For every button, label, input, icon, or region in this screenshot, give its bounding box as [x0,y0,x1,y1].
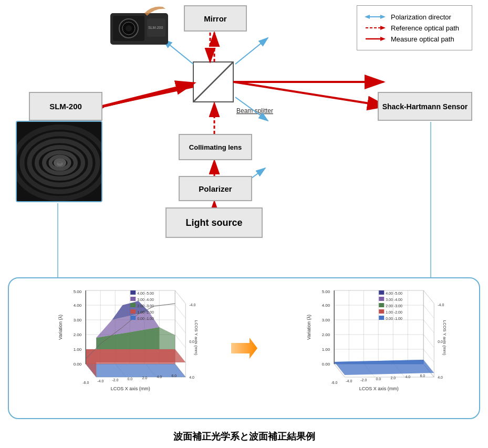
svg-text:2.0: 2.0 [390,376,396,380]
svg-line-63 [175,305,185,318]
collimating-lens-label: Collimating lens [189,143,242,151]
polarization-line-icon [365,13,386,21]
svg-marker-126 [334,360,423,364]
polarizer-label: Polarizer [199,184,232,193]
svg-line-14 [234,82,386,106]
legend-reference: Reference optical path [365,24,464,32]
svg-marker-37 [380,37,386,41]
collimating-lens-box: Collimating lens [179,134,252,160]
svg-marker-33 [365,15,370,19]
svg-line-16 [235,38,268,64]
svg-text:4.0: 4.0 [157,375,162,379]
svg-line-65 [175,335,185,348]
svg-text:-2.0: -2.0 [360,378,367,382]
polarization-label: Polarization director [391,13,451,21]
svg-line-123 [423,335,434,348]
svg-text:Variation (λ): Variation (λ) [306,315,312,340]
camera-image: SLM-200 [105,3,173,50]
svg-text:4.0: 4.0 [438,376,443,379]
shack-hartmann-box: Shack-Hartmann Sensor [378,92,472,121]
svg-text:3.00 -4.00: 3.00 -4.00 [137,298,154,301]
svg-text:1.00 -2.00: 1.00 -2.00 [137,310,154,314]
svg-text:2.00: 2.00 [321,332,330,337]
svg-text:0.0: 0.0 [438,340,443,343]
svg-marker-32 [380,15,386,19]
chart2-container: 0.00 1.00 2.00 3.00 4.00 5.00 Variation … [263,285,474,411]
chart-arrow [231,338,257,359]
svg-text:1.00: 1.00 [321,347,330,352]
mirror-box: Mirror [184,5,247,32]
svg-text:2.00: 2.00 [74,332,82,337]
reference-label: Reference optical path [391,24,459,32]
reference-line-icon [365,24,386,32]
svg-rect-96 [130,297,136,301]
svg-text:-4.0: -4.0 [346,379,352,383]
svg-text:LCOS X axis (mm): LCOS X axis (mm) [359,386,398,391]
slm-box: SLM-200 [29,92,102,121]
legend-measure: Measure optical path [365,35,464,43]
light-source-label: Light source [185,217,242,228]
svg-marker-104 [231,338,257,359]
measure-label: Measure optical path [391,35,454,43]
bottom-panel: 0.00 1.00 2.00 3.00 4.00 5.00 Variation … [8,277,480,419]
svg-line-17 [235,97,268,121]
svg-text:2.00 -3.00: 2.00 -3.00 [137,304,154,308]
chart1-container: 0.00 1.00 2.00 3.00 4.00 5.00 Variation … [14,285,226,411]
svg-text:0.0: 0.0 [376,377,381,381]
svg-rect-155 [379,316,384,320]
svg-text:SLM-200: SLM-200 [148,26,163,29]
mirror-label: Mirror [204,14,226,23]
svg-text:0.00 -1.00: 0.00 -1.00 [137,317,154,320]
svg-point-46 [57,162,63,166]
svg-text:2.00 -3.00: 2.00 -3.00 [386,304,402,308]
svg-text:1.00 -2.00: 1.00 -2.00 [386,310,402,314]
svg-text:4.00: 4.00 [321,303,330,308]
svg-text:0.0: 0.0 [189,340,194,343]
slm-label: SLM-200 [49,102,82,111]
svg-text:-6.0: -6.0 [331,381,337,384]
svg-text:4.0: 4.0 [405,375,410,379]
svg-point-29 [126,25,132,32]
svg-text:4.00: 4.00 [74,303,82,308]
svg-text:LCOS X axis (mm): LCOS X axis (mm) [111,386,150,391]
svg-text:3.00: 3.00 [74,318,82,322]
svg-text:-4.0: -4.0 [97,379,103,383]
svg-text:3.00: 3.00 [321,318,330,322]
beam-splitter-label: Beam splitter [236,107,273,114]
chart1-svg: 0.00 1.00 2.00 3.00 4.00 5.00 Variation … [14,285,226,411]
legend-box: Polarization director Reference optical … [357,5,472,50]
svg-marker-35 [380,26,386,30]
legend-polarization: Polarization director [365,13,464,21]
svg-text:Variation (λ): Variation (λ) [58,315,63,340]
svg-marker-69 [86,349,175,364]
svg-line-121 [423,305,434,318]
svg-text:0.00: 0.00 [321,362,330,367]
footer-title: 波面補正光学系と波面補正結果例 [0,430,488,443]
svg-text:6.0: 6.0 [171,374,176,378]
svg-rect-147 [379,290,384,295]
svg-marker-62 [175,290,185,377]
svg-text:5.00: 5.00 [321,289,330,294]
svg-rect-4 [193,62,233,102]
svg-line-122 [423,320,434,333]
svg-text:-4.0: -4.0 [438,303,444,307]
svg-line-64 [175,320,185,333]
svg-marker-105 [334,290,423,364]
light-source-box: Light source [165,207,263,238]
chart2-svg: 0.00 1.00 2.00 3.00 4.00 5.00 Variation … [263,285,474,411]
svg-rect-151 [379,303,384,307]
svg-text:5.00: 5.00 [74,289,82,294]
svg-line-12 [105,85,193,106]
svg-text:-4.0: -4.0 [189,303,195,307]
svg-text:LCOS Y axis (mm): LCOS Y axis (mm) [194,320,199,356]
svg-line-13 [102,83,194,106]
svg-text:0.00 -1.00: 0.00 -1.00 [386,317,402,320]
svg-text:6.0: 6.0 [420,374,425,378]
svg-text:-6.0: -6.0 [82,381,89,384]
main-container: Beam splitter [0,0,488,448]
svg-text:3.00 -4.00: 3.00 -4.00 [386,298,402,301]
shack-hartmann-label: Shack-Hartmann Sensor [382,102,468,111]
svg-text:4.0: 4.0 [189,376,194,379]
svg-rect-98 [130,303,136,307]
svg-text:-2.0: -2.0 [112,378,118,382]
